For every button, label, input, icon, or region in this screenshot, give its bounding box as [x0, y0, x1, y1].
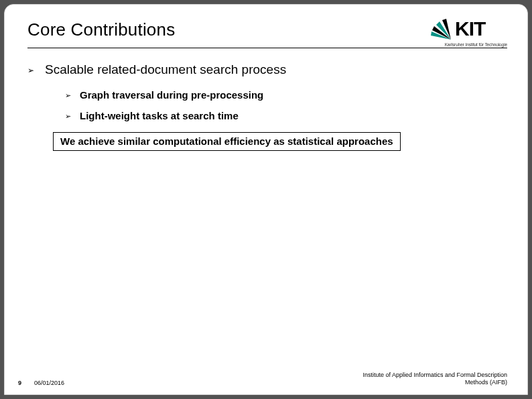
institute-line: Institute of Applied Informatics and For… [362, 372, 507, 378]
logo-text: KIT [455, 17, 485, 41]
kit-logo: KIT Karlsruher Institut für Technologie [429, 17, 507, 52]
footer-date: 06/01/2016 [34, 380, 64, 386]
bullet-level1: ➢ Scalable related-document search proce… [27, 62, 507, 77]
slide-title: Core Contributions [27, 19, 175, 40]
institute-line: Methods (AIFB) [465, 379, 507, 386]
arrow-icon: ➢ [65, 110, 80, 121]
bullet-level2: ➢ Graph traversal during pre-processing [65, 89, 507, 101]
footer: 9 06/01/2016 Institute of Applied Inform… [5, 372, 527, 387]
bullet-text: Scalable related-document search process [45, 62, 286, 77]
callout-box: We achieve similar computational efficie… [53, 132, 401, 151]
slide: Core Contributions KIT Karlsruher Instit… [4, 4, 528, 395]
page-number: 9 [5, 380, 34, 386]
content-area: ➢ Scalable related-document search proce… [27, 62, 507, 151]
bullet-text: Graph traversal during pre-processing [80, 89, 263, 101]
bullet-level2: ➢ Light-weight tasks at search time [65, 110, 507, 121]
title-divider [27, 48, 507, 48]
bullet-text: Light-weight tasks at search time [80, 110, 239, 121]
logo-mark: KIT [429, 17, 507, 41]
arrow-icon: ➢ [65, 89, 80, 100]
logo-subtitle: Karlsruher Institut für Technologie [429, 42, 507, 47]
arrow-icon: ➢ [27, 62, 45, 75]
institute-name: Institute of Applied Informatics and For… [362, 372, 527, 387]
fan-icon [429, 17, 454, 41]
